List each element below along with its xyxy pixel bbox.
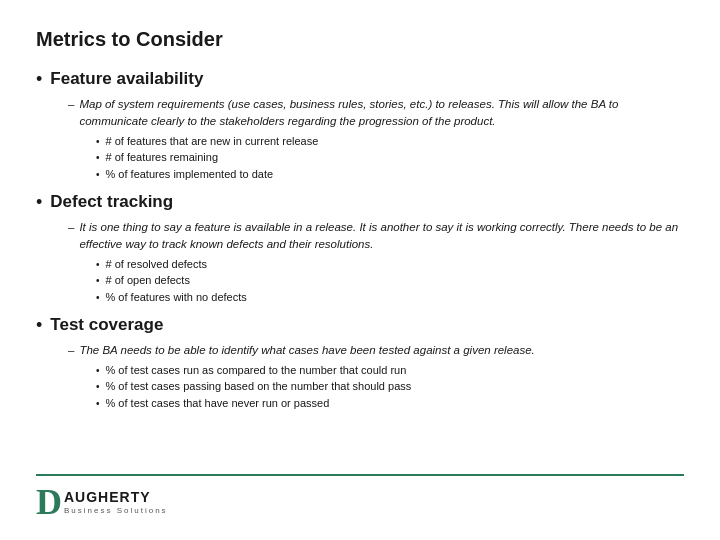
- section-3-sub: – The BA needs to be able to identify wh…: [64, 342, 684, 411]
- section-3-bullets: • % of test cases run as compared to the…: [96, 362, 684, 412]
- list-item: • % of features with no defects: [96, 289, 684, 306]
- list-item: • # of open defects: [96, 272, 684, 289]
- bullet-text: % of test cases passing based on the num…: [106, 378, 412, 395]
- section-1-desc-text: Map of system requirements (use cases, b…: [79, 96, 684, 129]
- sub-bullet-dot: •: [96, 273, 100, 288]
- list-item: • # of resolved defects: [96, 256, 684, 273]
- logo-main-text: AUGHERTY: [64, 489, 168, 506]
- bullet-dot-3: •: [36, 313, 42, 338]
- section-2-sub: – It is one thing to say a feature is av…: [64, 219, 684, 305]
- section-1-description: – Map of system requirements (use cases,…: [68, 96, 684, 129]
- section-heading-1: • Feature availability: [36, 67, 684, 92]
- bullet-dot-2: •: [36, 190, 42, 215]
- logo-sub-text: Business Solutions: [64, 506, 168, 516]
- section-2-desc-text: It is one thing to say a feature is avai…: [79, 219, 684, 252]
- slide-title: Metrics to Consider: [36, 28, 684, 51]
- bullet-text: % of features implemented to date: [106, 166, 274, 183]
- logo-letter: D: [36, 484, 62, 520]
- bullet-text: # of features remaining: [106, 149, 219, 166]
- list-item: • # of features remaining: [96, 149, 684, 166]
- bullet-dot-1: •: [36, 67, 42, 92]
- section-feature-availability: • Feature availability – Map of system r…: [36, 67, 684, 188]
- section-1-bullets: • # of features that are new in current …: [96, 133, 684, 183]
- section-defect-tracking: • Defect tracking – It is one thing to s…: [36, 190, 684, 311]
- bullet-text: % of test cases that have never run or p…: [106, 395, 330, 412]
- sub-bullet-dot: •: [96, 257, 100, 272]
- heading-3-text: Test coverage: [50, 313, 163, 337]
- sub-bullet-dot: •: [96, 396, 100, 411]
- section-heading-3: • Test coverage: [36, 313, 684, 338]
- bullet-text: # of resolved defects: [106, 256, 208, 273]
- sub-bullet-dot: •: [96, 167, 100, 182]
- sub-bullet-dot: •: [96, 379, 100, 394]
- heading-2-text: Defect tracking: [50, 190, 173, 214]
- heading-1-text: Feature availability: [50, 67, 203, 91]
- sub-bullet-dot: •: [96, 290, 100, 305]
- dash-2: –: [68, 219, 74, 236]
- list-item: • # of features that are new in current …: [96, 133, 684, 150]
- list-item: • % of test cases run as compared to the…: [96, 362, 684, 379]
- dash-3: –: [68, 342, 74, 359]
- logo-text-block: AUGHERTY Business Solutions: [64, 489, 168, 515]
- sub-bullet-dot: •: [96, 363, 100, 378]
- sub-bullet-dot: •: [96, 150, 100, 165]
- section-heading-2: • Defect tracking: [36, 190, 684, 215]
- section-2-bullets: • # of resolved defects • # of open defe…: [96, 256, 684, 306]
- list-item: • % of features implemented to date: [96, 166, 684, 183]
- section-3-desc-text: The BA needs to be able to identify what…: [79, 342, 534, 359]
- logo: D AUGHERTY Business Solutions: [36, 484, 168, 520]
- section-test-coverage: • Test coverage – The BA needs to be abl…: [36, 313, 684, 417]
- bullet-text: % of test cases run as compared to the n…: [106, 362, 407, 379]
- bullet-text: # of open defects: [106, 272, 190, 289]
- section-2-description: – It is one thing to say a feature is av…: [68, 219, 684, 252]
- slide: Metrics to Consider • Feature availabili…: [0, 0, 720, 540]
- bullet-text: % of features with no defects: [106, 289, 247, 306]
- list-item: • % of test cases passing based on the n…: [96, 378, 684, 395]
- sub-bullet-dot: •: [96, 134, 100, 149]
- footer: D AUGHERTY Business Solutions: [36, 474, 684, 520]
- section-3-description: – The BA needs to be able to identify wh…: [68, 342, 684, 359]
- list-item: • % of test cases that have never run or…: [96, 395, 684, 412]
- section-1-sub: – Map of system requirements (use cases,…: [64, 96, 684, 182]
- content: • Feature availability – Map of system r…: [36, 67, 684, 470]
- dash-1: –: [68, 96, 74, 113]
- bullet-text: # of features that are new in current re…: [106, 133, 319, 150]
